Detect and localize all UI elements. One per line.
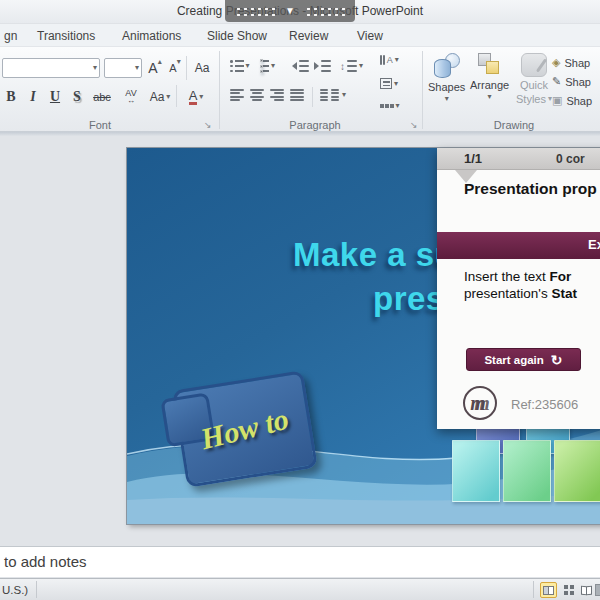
start-again-button[interactable]: Start again ↻	[466, 348, 581, 371]
clear-formatting-button[interactable]: Aa	[190, 56, 214, 80]
align-center-icon	[250, 89, 264, 101]
strikethrough-button[interactable]: abc	[90, 87, 114, 106]
font-color-button[interactable]: A▾	[182, 87, 210, 106]
shape-outline-button[interactable]: ✎Shap	[552, 73, 591, 90]
align-center-button[interactable]	[250, 89, 264, 101]
shapes-button[interactable]: Shapes ▾	[428, 53, 465, 103]
italic-button[interactable]: I	[24, 87, 42, 106]
text-shadow-button[interactable]: S	[68, 87, 86, 106]
arrange-label: Arrange	[470, 79, 509, 91]
decrease-indent-button[interactable]	[292, 60, 309, 72]
chevron-down-icon: ▾	[445, 95, 449, 103]
shrink-font-button[interactable]: A▾	[166, 58, 184, 78]
tab-transitions[interactable]: Transitions	[33, 27, 99, 45]
chevron-down-icon: ▼	[285, 6, 295, 16]
font-color-icon: A	[189, 89, 198, 105]
reading-view-icon	[581, 586, 592, 595]
columns-button[interactable]: ▾	[320, 89, 346, 101]
align-right-icon	[270, 89, 284, 101]
font-group-label: Font	[0, 119, 200, 131]
font-dialog-launcher[interactable]: ↘	[204, 120, 212, 130]
panel-heading: Presentation prop	[464, 180, 597, 198]
shape-outline-icon: ✎	[552, 75, 561, 88]
align-right-button[interactable]	[270, 89, 284, 101]
numbering-icon	[260, 60, 269, 72]
lines-icon	[299, 60, 309, 72]
up-arrow-icon: ▴	[158, 58, 162, 66]
shape-fill-button[interactable]: ◈Shap	[552, 54, 590, 71]
slide-sorter-button[interactable]	[560, 582, 577, 598]
reading-view-button[interactable]	[578, 582, 595, 598]
instruction-bold: For	[550, 269, 572, 284]
underline-button[interactable]: U	[46, 87, 64, 106]
howto-card[interactable]: How to	[172, 370, 318, 487]
paragraph-dialog-launcher[interactable]: ↘	[410, 120, 418, 130]
slide-title-line1[interactable]: Make a su	[293, 236, 455, 274]
align-text-button[interactable]: ▾	[380, 78, 398, 89]
shrink-font-icon: A	[169, 62, 176, 74]
slideshow-view-button[interactable]	[595, 584, 600, 596]
slide-sorter-icon	[564, 585, 574, 595]
align-left-button[interactable]	[230, 89, 244, 101]
paragraph-group-label: Paragraph	[222, 119, 408, 131]
text-direction-button[interactable]: A▾	[380, 55, 399, 65]
decrease-indent-icon	[292, 62, 297, 70]
line-spacing-button[interactable]: ↕▾	[340, 60, 363, 72]
reference-label: Ref:235606	[511, 397, 578, 412]
letter-a-icon: A	[387, 55, 393, 65]
shapes-icon	[432, 53, 462, 79]
tab-review[interactable]: Review	[285, 27, 332, 45]
smartart-icon	[380, 104, 394, 108]
grow-font-button[interactable]: A▴	[146, 58, 164, 78]
bullets-button[interactable]: ▾	[230, 60, 250, 72]
line-spacing-icon: ↕	[340, 61, 345, 72]
chevron-down-icon: ▾	[246, 62, 250, 70]
italic-icon: I	[30, 89, 35, 105]
change-case-button[interactable]: Aa▾	[148, 87, 172, 106]
arrange-icon	[478, 53, 502, 77]
shape-effects-button[interactable]: ▣Shap	[552, 92, 592, 109]
strikethrough-icon: abc	[93, 91, 111, 103]
bold-button[interactable]: B	[2, 87, 20, 106]
character-spacing-button[interactable]: AV↔	[118, 87, 144, 106]
overlay-drag-handle[interactable]: ▼	[225, 0, 355, 22]
font-name-combo[interactable]: ▾	[2, 58, 100, 78]
shape-effects-icon: ▣	[552, 94, 562, 107]
drawing-group: Shapes ▾ Arrange ▾ Quick Styles▾ ◈Shap ✎…	[424, 47, 600, 133]
columns-icon	[320, 89, 328, 101]
text-shadow-icon: S	[73, 89, 81, 105]
underline-icon: U	[50, 89, 60, 105]
exercise-bar: Ex	[437, 232, 600, 259]
shape-effects-label: Shap	[566, 95, 592, 107]
slide-title-line2[interactable]: pres	[373, 280, 445, 318]
tab-design-partial[interactable]: gn	[0, 27, 21, 45]
notes-pane[interactable]: to add notes	[0, 546, 600, 577]
brand-logo: m	[463, 386, 497, 420]
tab-slide-show[interactable]: Slide Show	[203, 27, 271, 45]
justify-button[interactable]	[290, 89, 304, 101]
instruction-line2: presentation's Stat	[464, 286, 577, 301]
font-size-combo[interactable]: ▾	[104, 58, 142, 78]
normal-view-button[interactable]	[540, 582, 557, 598]
align-left-icon	[230, 89, 244, 101]
grow-font-icon: A	[148, 60, 157, 76]
convert-smartart-button[interactable]: ▾	[380, 102, 400, 110]
panel-header: 1/1 0 cor	[437, 148, 600, 170]
increase-indent-icon	[314, 62, 319, 70]
lines-icon	[321, 60, 331, 72]
quick-styles-button[interactable]: Quick Styles▾	[516, 53, 552, 105]
refresh-icon: ↻	[551, 353, 563, 367]
tab-view[interactable]: View	[353, 27, 387, 45]
change-case-icon: Aa	[150, 90, 165, 104]
language-label[interactable]: U.S.)	[2, 584, 28, 596]
align-text-icon	[380, 78, 392, 89]
tab-animations[interactable]: Animations	[118, 27, 185, 45]
quick-styles-label: Quick	[520, 79, 548, 91]
chevron-down-icon: ▾	[395, 56, 399, 64]
paragraph-group: ▾ ▾ ↕▾ ▾ A▾ ▾ ▾ Paragraph ↘	[222, 47, 422, 133]
howto-card-label: How to	[198, 402, 293, 457]
numbering-button[interactable]: ▾	[260, 60, 275, 72]
increase-indent-button[interactable]	[314, 60, 331, 72]
double-arrow-icon: ↔	[127, 97, 135, 105]
arrange-button[interactable]: Arrange ▾	[470, 53, 509, 101]
